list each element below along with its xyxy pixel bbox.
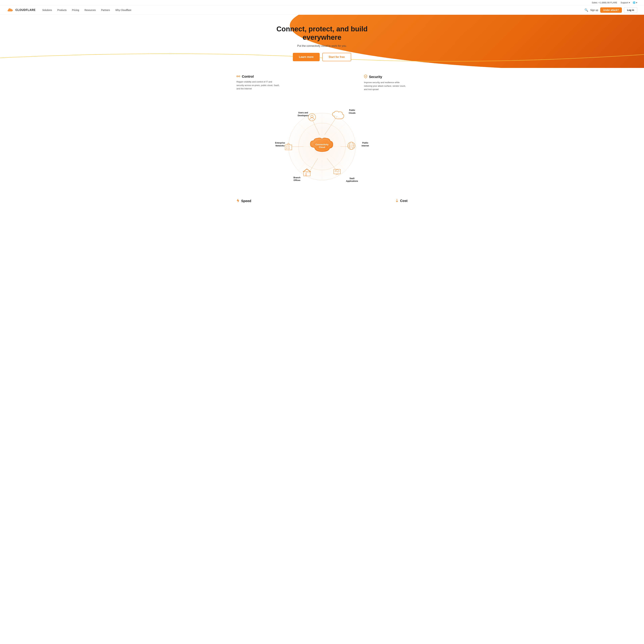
label-branch-offices: BranchOffices	[293, 176, 300, 182]
features-row: Control Regain visibility and control of…	[230, 68, 414, 95]
svg-text:Cloud: Cloud	[319, 146, 325, 148]
control-icon	[236, 75, 240, 78]
logo-text: CLOUDFLARE	[15, 9, 36, 12]
feature-control: Control Regain visibility and control of…	[236, 75, 280, 91]
top-bar: Sales: +1 (888) 99 FLARE Support ▾ 🌐 ▾	[0, 0, 644, 5]
nav-resources[interactable]: Resources	[85, 9, 96, 11]
feature-control-header: Control	[236, 75, 280, 78]
svg-rect-23	[288, 148, 290, 149]
svg-rect-22	[286, 148, 287, 149]
svg-rect-20	[286, 146, 287, 147]
feature-speed: Speed	[236, 199, 251, 204]
cloudflare-logo-icon	[7, 8, 14, 12]
nav-pricing[interactable]: Pricing	[72, 9, 79, 11]
main-nav: CLOUDFLARE Solutions Products Pricing Re…	[0, 5, 644, 15]
speed-header: Speed	[236, 199, 251, 203]
logo-link[interactable]: CLOUDFLARE	[7, 8, 36, 12]
learn-more-button[interactable]: Learn more	[293, 53, 319, 61]
hero-content: Connect, protect, and build everywhere P…	[0, 15, 644, 68]
under-attack-button[interactable]: Under attack?	[600, 7, 622, 13]
sales-info: Sales: +1 (888) 99 FLARE	[592, 1, 617, 4]
cost-title: Cost	[400, 199, 408, 203]
svg-rect-33	[305, 173, 307, 176]
diagram-container: Connectivity Cloud	[275, 101, 369, 192]
hero-buttons: Learn more Start for free	[3, 53, 641, 61]
feature-security-header: Security	[364, 75, 408, 79]
hero-section: Connect, protect, and build everywhere P…	[0, 15, 644, 68]
start-free-button[interactable]: Start for free	[322, 53, 351, 61]
security-icon	[364, 75, 367, 79]
globe-icon: 🌐	[633, 1, 635, 4]
cost-header: Cost	[395, 199, 408, 203]
chevron-down-icon: ▾	[629, 1, 630, 4]
svg-rect-21	[288, 146, 290, 147]
search-icon: 🔍	[584, 8, 588, 12]
cost-icon	[395, 199, 398, 203]
security-title: Security	[369, 75, 382, 79]
search-button[interactable]: 🔍	[584, 8, 588, 12]
label-enterprise-networks: EnterpriseNetworks	[275, 142, 285, 147]
svg-text:Connectivity: Connectivity	[315, 143, 329, 146]
svg-rect-1	[239, 76, 240, 77]
feature-security: Security Improve security and resilience…	[364, 75, 408, 91]
nav-why-cloudflare[interactable]: Why Cloudflare	[115, 9, 131, 11]
bottom-features: Speed Cost	[230, 195, 414, 211]
svg-point-34	[306, 172, 307, 173]
svg-marker-36	[237, 199, 239, 202]
label-saas-applications: SaaSApplications	[346, 177, 358, 183]
nav-partners[interactable]: Partners	[101, 9, 110, 11]
label-public-clouds: PublicClouds	[349, 109, 356, 115]
hero-subtitle: Put the connectivity cloud to work for y…	[3, 44, 641, 47]
security-desc: Improve security and resilience while re…	[364, 81, 408, 91]
speed-icon	[236, 199, 239, 203]
label-users-developers: Users andDevelopers	[298, 111, 309, 117]
svg-rect-0	[237, 76, 238, 77]
hero-title: Connect, protect, and build everywhere	[272, 25, 372, 42]
support-label: Support	[621, 1, 628, 4]
signup-link[interactable]: Sign up	[590, 9, 598, 11]
login-button[interactable]: Log in	[624, 7, 637, 13]
feature-cost: Cost	[395, 199, 408, 204]
nav-links: Solutions Products Pricing Resources Par…	[42, 9, 584, 11]
language-selector[interactable]: 🌐 ▾	[633, 1, 637, 4]
support-menu[interactable]: Support ▾	[621, 1, 630, 4]
chevron-down-icon: ▾	[636, 1, 637, 4]
nav-solutions[interactable]: Solutions	[42, 9, 52, 11]
diagram-section: Connectivity Cloud	[0, 95, 644, 195]
control-title: Control	[242, 75, 254, 78]
speed-title: Speed	[241, 199, 251, 203]
label-public-internet: PublicInternet	[362, 142, 369, 147]
nav-actions: 🔍 Sign up Under attack? Log in	[584, 7, 637, 13]
control-desc: Regain visibility and control of IT and …	[236, 80, 280, 91]
nav-products[interactable]: Products	[57, 9, 67, 11]
